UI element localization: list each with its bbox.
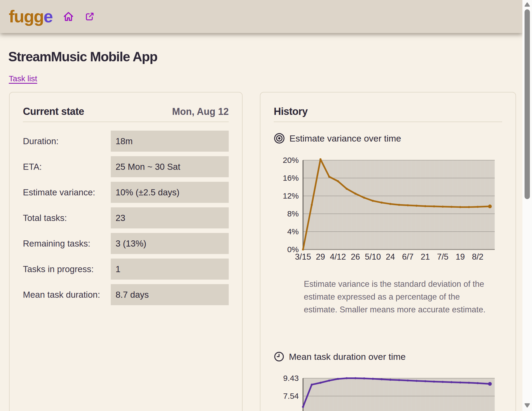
svg-text:4%: 4% (287, 227, 299, 236)
svg-text:29: 29 (316, 252, 325, 261)
external-link-icon[interactable] (84, 11, 95, 22)
field-row: Mean task duration: 8.7 days (23, 284, 229, 305)
field-label: Duration: (23, 136, 111, 146)
svg-text:20%: 20% (283, 156, 299, 164)
history-title: History (274, 106, 308, 117)
svg-text:21: 21 (421, 252, 430, 261)
current-date: Mon, Aug 12 (172, 106, 229, 117)
current-state-fields: Duration: 18m ETA: 25 Mon ~ 30 Sat Estim… (23, 131, 229, 305)
app-header: fugge (0, 0, 522, 33)
svg-text:9.43: 9.43 (283, 374, 299, 382)
logo-text: fugg (9, 7, 44, 26)
current-state-header: Current state Mon, Aug 12 (23, 106, 229, 117)
field-value: 23 (111, 207, 229, 228)
home-icon[interactable] (63, 11, 74, 22)
divider (23, 122, 229, 122)
field-label: Estimate variance: (23, 187, 111, 198)
variance-description: Estimate variance is the standard deviat… (304, 278, 492, 316)
svg-text:5/10: 5/10 (365, 252, 381, 261)
cards-row: Current state Mon, Aug 12 Duration: 18m … (9, 92, 516, 411)
scrollbar-thumb[interactable] (525, 9, 530, 199)
variance-section-title: Estimate variance over time (274, 133, 502, 144)
field-label: Total tasks: (23, 213, 111, 223)
duration-section-label: Mean task duration over time (289, 352, 406, 362)
svg-text:6/7: 6/7 (402, 252, 414, 261)
field-label: Remaining tasks: (23, 239, 111, 249)
svg-text:19: 19 (456, 252, 465, 261)
field-row: ETA: 25 Mon ~ 30 Sat (23, 156, 229, 177)
scrollbar[interactable] (522, 0, 532, 411)
field-row: Total tasks: 23 (23, 207, 229, 228)
svg-text:8%: 8% (287, 209, 299, 218)
field-row: Duration: 18m (23, 131, 229, 152)
svg-text:12%: 12% (283, 191, 299, 200)
history-card: History Estimate variance over time 20%1… (260, 92, 516, 411)
svg-text:16%: 16% (283, 174, 299, 182)
field-value: 3 (13%) (111, 233, 229, 254)
history-header: History (274, 106, 502, 117)
svg-text:24: 24 (386, 252, 395, 261)
mean-task-duration-chart: 9.437.54 (274, 370, 508, 411)
scroll-down-arrow[interactable] (524, 403, 530, 408)
svg-text:3/15: 3/15 (295, 252, 311, 261)
divider (274, 122, 502, 122)
field-row: Tasks in progress: 1 (23, 259, 229, 280)
task-list-link[interactable]: Task list (9, 74, 37, 83)
field-value: 25 Mon ~ 30 Sat (111, 156, 229, 177)
field-value: 18m (111, 131, 229, 152)
scroll-up-arrow[interactable] (524, 2, 530, 7)
field-value: 8.7 days (111, 284, 229, 305)
svg-text:8/2: 8/2 (472, 252, 483, 261)
field-row: Estimate variance: 10% (±2.5 days) (23, 182, 229, 203)
field-row: Remaining tasks: 3 (13%) (23, 233, 229, 254)
svg-text:7.54: 7.54 (283, 392, 299, 400)
page-title: StreamMusic Mobile App (8, 49, 157, 65)
bullseye-icon (274, 133, 285, 144)
duration-section-title: Mean task duration over time (274, 351, 502, 362)
svg-text:4/12: 4/12 (330, 252, 346, 261)
field-label: ETA: (23, 162, 111, 172)
svg-text:26: 26 (351, 252, 360, 261)
field-label: Tasks in progress: (23, 264, 111, 274)
clock-icon (274, 351, 284, 362)
field-value: 1 (111, 259, 229, 280)
logo-accent-letter: e (44, 7, 53, 26)
svg-text:7/5: 7/5 (437, 252, 448, 261)
estimate-variance-chart: 20%16%12%8%4%0%3/15294/12265/10246/7217/… (274, 152, 508, 267)
current-state-card: Current state Mon, Aug 12 Duration: 18m … (9, 92, 243, 411)
variance-section-label: Estimate variance over time (289, 133, 401, 144)
field-value: 10% (±2.5 days) (111, 182, 229, 203)
current-state-title: Current state (23, 106, 84, 117)
field-label: Mean task duration: (23, 290, 111, 300)
app-logo[interactable]: fugge (9, 8, 52, 25)
